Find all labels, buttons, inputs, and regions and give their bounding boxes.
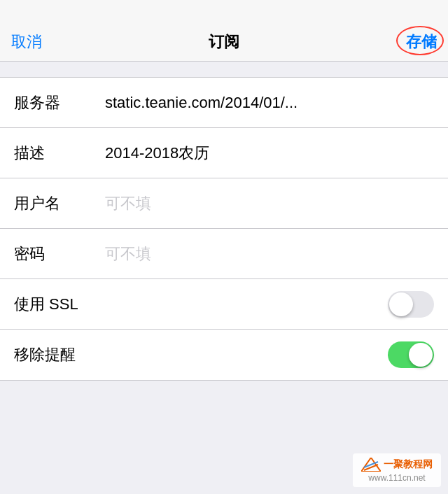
remove-reminder-toggle[interactable] — [388, 341, 434, 368]
server-value[interactable]: static.teanie.com/2014/01/... — [91, 94, 434, 112]
watermark-logo: 一聚教程网 www.111cn.net — [361, 458, 433, 483]
remove-reminder-toggle-container — [388, 341, 434, 368]
remove-reminder-label: 移除提醒 — [14, 344, 91, 365]
form-section: 服务器 static.teanie.com/2014/01/... 描述 201… — [0, 77, 448, 381]
watermark-url: www.111cn.net — [368, 473, 425, 483]
password-input[interactable]: 可不填 — [91, 244, 434, 264]
save-wrapper: 存储 — [395, 31, 437, 52]
ssl-toggle[interactable] — [388, 291, 434, 318]
description-row: 描述 2014-2018农历 — [0, 128, 448, 178]
ssl-toggle-container — [388, 291, 434, 318]
remove-reminder-row: 移除提醒 — [0, 330, 448, 380]
server-row: 服务器 static.teanie.com/2014/01/... — [0, 78, 448, 128]
page-title: 订阅 — [209, 31, 239, 52]
watermark-site-name: 一聚教程网 — [384, 458, 433, 471]
watermark-top: 一聚教程网 — [361, 458, 433, 472]
server-label: 服务器 — [14, 92, 91, 113]
username-label: 用户名 — [14, 193, 91, 214]
watermark: 一聚教程网 www.111cn.net — [353, 453, 441, 487]
watermark-icon — [361, 458, 381, 472]
ssl-row: 使用 SSL — [0, 279, 448, 330]
username-input[interactable]: 可不填 — [91, 193, 434, 214]
description-value[interactable]: 2014-2018农历 — [91, 143, 434, 164]
cancel-button[interactable]: 取消 — [11, 31, 53, 52]
save-button[interactable]: 存储 — [406, 33, 437, 50]
password-row: 密码 可不填 — [0, 229, 448, 279]
ssl-toggle-knob — [389, 292, 413, 316]
remove-reminder-toggle-knob — [409, 343, 433, 367]
nav-bar: 取消 订阅 存储 — [0, 0, 448, 62]
username-row: 用户名 可不填 — [0, 178, 448, 229]
ssl-label: 使用 SSL — [14, 294, 91, 315]
password-label: 密码 — [14, 244, 91, 264]
description-label: 描述 — [14, 143, 91, 164]
